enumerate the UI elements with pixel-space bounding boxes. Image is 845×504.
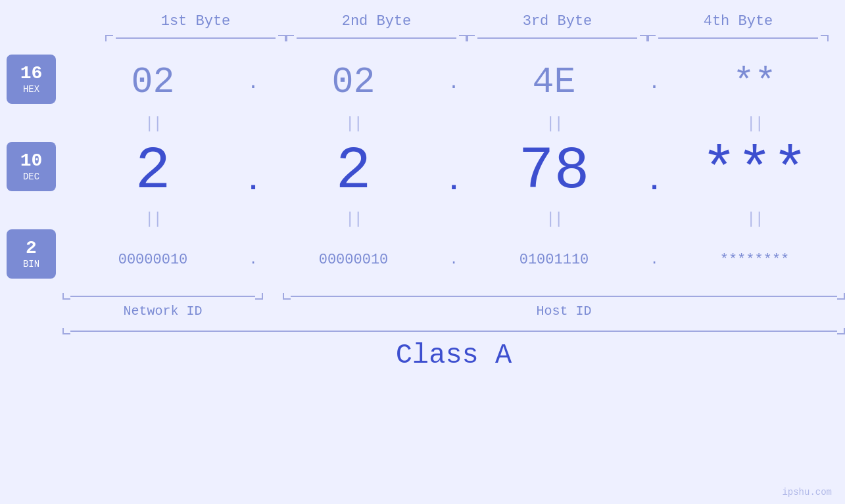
class-bracket: [62, 328, 845, 334]
eq-cell-3: ||: [464, 115, 644, 133]
hex-val-3: 4E: [532, 62, 575, 103]
hex-cell-2: 02: [263, 62, 444, 103]
dec-val-2: 2: [335, 142, 371, 201]
bracket-left-corner: [467, 35, 475, 41]
bin-badge-label: BIN: [23, 259, 39, 269]
eq-cell-1: ||: [62, 115, 243, 133]
net-bracket-right: [255, 293, 263, 300]
eq-cell-7: ||: [464, 210, 644, 228]
hex-dot-1: .: [243, 72, 263, 94]
label-column: 16 HEX 10 DEC 2 BIN: [0, 55, 62, 290]
bin-val-2: 00000010: [319, 252, 389, 268]
bin-dot-3: .: [644, 252, 664, 268]
hex-val-1: 02: [131, 62, 174, 103]
bin-cell-3: 01001110: [464, 252, 644, 268]
host-id-label: Host ID: [536, 304, 591, 319]
bracket-right-corner: [821, 35, 829, 41]
eq-row-1: || || || ||: [62, 110, 845, 137]
host-id-bracket-group: Host ID: [283, 293, 845, 319]
eq-sign-3: ||: [546, 115, 562, 133]
host-id-bracket: [283, 293, 845, 300]
eq-sign-1: ||: [145, 115, 161, 133]
host-bracket-line: [291, 296, 837, 297]
byte4-header: 4th Byte: [648, 13, 829, 35]
bracket-line: [116, 37, 276, 39]
hex-cell-1: 02: [62, 62, 243, 103]
class-label-row: Class A: [62, 340, 845, 371]
bracket-byte2: [286, 35, 467, 41]
bracket-right-corner: [459, 35, 467, 41]
net-id-bracket-group: Network ID: [62, 293, 263, 319]
bracket-right-corner: [278, 35, 286, 41]
class-bracket-left: [62, 328, 70, 334]
bracket-line: [477, 37, 637, 39]
net-bracket-line: [70, 296, 255, 297]
bin-dot-1: .: [243, 252, 263, 268]
bin-val-3: 01001110: [519, 252, 589, 268]
eq-cell-4: ||: [664, 115, 845, 133]
hex-badge: 16 HEX: [7, 55, 56, 104]
bracket-byte1: [105, 35, 286, 41]
values-area: 02 . 02 . 4E . ** ||: [62, 55, 845, 371]
bin-badge-num: 2: [26, 239, 37, 259]
eq-sign-2: ||: [345, 115, 362, 133]
eq-sign-6: ||: [345, 210, 362, 228]
dec-val-4: ***: [701, 142, 808, 201]
hex-row: 02 . 02 . 4E . **: [62, 55, 845, 110]
dec-val-1: 2: [135, 142, 170, 201]
dec-cell-2: 2: [263, 142, 444, 201]
bracket-byte4: [648, 35, 829, 41]
hex-cell-4: **: [664, 62, 845, 103]
watermark: ipshu.com: [782, 487, 832, 497]
hex-val-4: **: [733, 62, 776, 103]
bin-val-4: ********: [720, 252, 790, 268]
net-bracket-left: [62, 293, 70, 300]
eq-sign-5: ||: [145, 210, 161, 228]
host-bracket-right: [837, 293, 845, 300]
eq-cell-2: ||: [263, 115, 444, 133]
host-bracket-left: [283, 293, 291, 300]
hex-val-2: 02: [331, 62, 375, 103]
network-id-label: Network ID: [123, 304, 202, 319]
eq-sign-7: ||: [546, 210, 562, 228]
hex-badge-num: 16: [20, 64, 43, 84]
hex-cell-3: 4E: [464, 62, 644, 103]
dec-dot-2: .: [444, 166, 464, 206]
bracket-left-corner: [286, 35, 294, 41]
bin-dot-2: .: [444, 252, 464, 268]
bracket-right-corner: [640, 35, 648, 41]
dec-dot-1: .: [243, 166, 263, 206]
byte-headers: 1st Byte 2nd Byte 3rd Byte 4th Byte: [0, 13, 845, 35]
eq-cell-5: ||: [62, 210, 243, 228]
bottom-bracket-area: Network ID Host ID: [62, 293, 845, 319]
eq-cell-6: ||: [263, 210, 444, 228]
net-id-bracket: [62, 293, 263, 300]
bracket-line: [297, 37, 456, 39]
dec-cell-1: 2: [62, 142, 243, 201]
bin-cell-1: 00000010: [62, 252, 243, 268]
dec-cell-4: ***: [664, 142, 845, 201]
hex-dot-3: .: [644, 72, 664, 94]
bracket-left-corner: [648, 35, 656, 41]
dec-row: 2 . 2 . 78 . ***: [62, 137, 845, 206]
hex-dot-2: .: [444, 72, 464, 94]
bin-cell-4: ********: [664, 252, 845, 268]
dec-badge: 10 DEC: [7, 142, 56, 191]
bin-badge: 2 BIN: [7, 229, 56, 279]
byte3-header: 3rd Byte: [467, 13, 648, 35]
bracket-left-corner: [105, 35, 113, 41]
bracket-byte3: [467, 35, 648, 41]
top-brackets: [0, 35, 845, 41]
byte1-header: 1st Byte: [105, 13, 286, 35]
byte2-header: 2nd Byte: [286, 13, 467, 35]
dec-dot-3: .: [644, 166, 664, 206]
bracket-line: [658, 37, 818, 39]
bin-val-1: 00000010: [118, 252, 188, 268]
eq-row-2: || || || ||: [62, 206, 845, 232]
dec-val-3: 78: [518, 142, 589, 201]
dec-badge-label: DEC: [23, 172, 39, 182]
eq-sign-4: ||: [746, 115, 763, 133]
main-container: 1st Byte 2nd Byte 3rd Byte 4th Byte: [0, 0, 845, 504]
class-bracket-right: [837, 328, 845, 334]
eq-sign-8: ||: [746, 210, 763, 228]
